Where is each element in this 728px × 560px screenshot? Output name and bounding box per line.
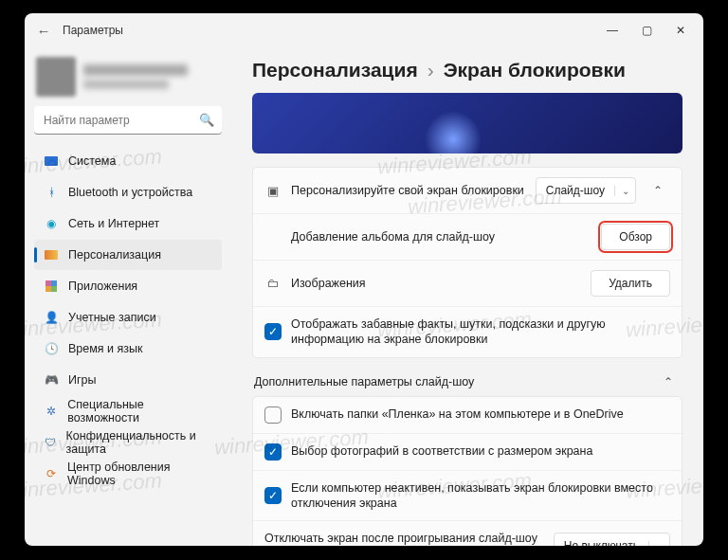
gamepad-icon: 🎮: [44, 372, 59, 388]
row-label: Изображения: [291, 276, 581, 291]
breadcrumb: Персонализация › Экран блокировки: [252, 59, 682, 81]
nav-label: Время и язык: [68, 342, 143, 355]
add-album-row: Добавление альбома для слайд-шоу Обзор: [253, 213, 682, 260]
nav-label: Bluetooth и устройства: [68, 186, 192, 199]
breadcrumb-current: Экран блокировки: [444, 59, 626, 81]
sidebar-item-update[interactable]: ⟳Центр обновления Windows: [34, 459, 222, 489]
nav-label: Система: [68, 154, 116, 168]
avatar: [36, 57, 76, 97]
section-title: Дополнительные параметры слайд-шоу: [254, 375, 474, 388]
pictures-row: 🗀 Изображения Удалить: [253, 260, 682, 306]
breadcrumb-parent[interactable]: Персонализация: [252, 59, 418, 81]
nav-list: Система ᚼBluetooth и устройства ◉Сеть и …: [34, 146, 222, 489]
minimize-button[interactable]: —: [595, 17, 629, 44]
search-icon: 🔍: [199, 113, 214, 127]
update-icon: ⟳: [44, 466, 58, 481]
turn-off-dropdown[interactable]: Не выключать ⌄: [554, 533, 670, 546]
sidebar-item-bluetooth[interactable]: ᚼBluetooth и устройства: [34, 177, 222, 208]
checkbox-camera-roll[interactable]: [264, 406, 282, 424]
settings-window: ← Параметры — ▢ ✕ 🔍 Система ᚼBluetooth: [25, 13, 703, 546]
sidebar-item-apps[interactable]: Приложения: [34, 271, 222, 301]
row-label: Отключать экран после проигрывания слайд…: [264, 531, 544, 546]
row-label: Добавление альбома для слайд-шоу: [291, 229, 592, 244]
checkbox-inactive[interactable]: ✓: [264, 487, 282, 504]
sidebar: 🔍 Система ᚼBluetooth и устройства ◉Сеть …: [25, 47, 231, 546]
sidebar-item-network[interactable]: ◉Сеть и Интернет: [34, 208, 222, 239]
nav-label: Приложения: [68, 280, 137, 293]
search-input[interactable]: [34, 106, 222, 135]
background-mode-dropdown[interactable]: Слайд-шоу ⌄: [536, 177, 636, 204]
sidebar-item-gaming[interactable]: 🎮Игры: [34, 365, 222, 395]
user-name: [83, 64, 188, 76]
checkbox-fun-facts[interactable]: ✓: [264, 323, 282, 340]
window-title: Параметры: [63, 24, 123, 37]
nav-label: Персонализация: [68, 248, 161, 262]
clock-icon: 🕓: [44, 341, 59, 356]
inactive-row[interactable]: ✓ Если компьютер неактивен, показывать э…: [253, 470, 682, 521]
sidebar-item-privacy[interactable]: 🛡Конфиденциальность и защита: [34, 427, 222, 458]
window-controls: — ▢ ✕: [595, 17, 698, 44]
lockscreen-preview: [252, 93, 682, 154]
browse-button[interactable]: Обзор: [601, 224, 670, 250]
apps-icon: [46, 280, 57, 292]
nav-label: Специальные возможности: [67, 398, 212, 425]
checkbox-fit-screen[interactable]: ✓: [264, 443, 282, 461]
row-label: Выбор фотографий в соответствии с размер…: [291, 443, 670, 459]
nav-label: Сеть и Интернет: [68, 217, 159, 230]
row-label: Включать папки «Пленка» на этом компьюте…: [291, 406, 670, 422]
advanced-card: Включать папки «Пленка» на этом компьюте…: [252, 396, 682, 547]
personalize-header-row[interactable]: ▣ Персонализируйте свой экран блокировки…: [253, 168, 682, 213]
row-label: Персонализируйте свой экран блокировки: [291, 183, 526, 198]
monitor-icon: [45, 156, 58, 166]
fit-screen-row[interactable]: ✓ Выбор фотографий в соответствии с разм…: [253, 433, 682, 470]
sidebar-item-accessibility[interactable]: ✲Специальные возможности: [34, 396, 222, 426]
fun-facts-row[interactable]: ✓ Отображать забавные факты, шутки, подс…: [253, 306, 682, 357]
shield-icon: 🛡: [44, 435, 57, 450]
close-button[interactable]: ✕: [664, 17, 698, 44]
dropdown-value: Не выключать: [555, 539, 648, 546]
nav-label: Конфиденциальность и защита: [66, 429, 213, 456]
camera-roll-row[interactable]: Включать папки «Пленка» на этом компьюте…: [253, 397, 682, 433]
back-button[interactable]: ←: [30, 17, 57, 44]
titlebar: ← Параметры — ▢ ✕: [25, 13, 703, 47]
personalize-card: ▣ Персонализируйте свой экран блокировки…: [252, 167, 682, 358]
accessibility-icon: ✲: [44, 404, 58, 419]
sidebar-item-time[interactable]: 🕓Время и язык: [34, 334, 222, 364]
chevron-down-icon: ⌄: [648, 541, 669, 546]
wifi-icon: ◉: [44, 216, 59, 231]
sidebar-item-accounts[interactable]: 👤Учетные записи: [34, 302, 222, 333]
window-body: 🔍 Система ᚼBluetooth и устройства ◉Сеть …: [25, 47, 703, 546]
user-email: [83, 80, 169, 89]
brush-icon: [45, 250, 58, 260]
sidebar-item-personalization[interactable]: Персонализация: [34, 240, 222, 270]
chevron-down-icon: ⌄: [614, 186, 635, 196]
dropdown-value: Слайд-шоу: [537, 184, 614, 197]
chevron-up-icon[interactable]: ⌃: [656, 375, 681, 388]
chevron-right-icon: ›: [428, 59, 434, 81]
folder-icon: 🗀: [264, 275, 282, 292]
maximize-button[interactable]: ▢: [629, 17, 664, 44]
user-panel[interactable]: [34, 53, 222, 106]
turn-off-row: Отключать экран после проигрывания слайд…: [253, 520, 682, 546]
advanced-header[interactable]: Дополнительные параметры слайд-шоу ⌃: [252, 364, 682, 396]
nav-label: Игры: [68, 373, 96, 387]
row-label: Отображать забавные факты, шутки, подска…: [291, 316, 670, 348]
nav-label: Центр обновления Windows: [67, 461, 212, 487]
search-box[interactable]: 🔍: [34, 106, 222, 135]
chevron-up-icon[interactable]: ⌃: [646, 184, 670, 197]
delete-button[interactable]: Удалить: [591, 270, 670, 297]
row-label: Если компьютер неактивен, показывать экр…: [291, 480, 670, 512]
picture-icon: ▣: [264, 182, 282, 199]
nav-label: Учетные записи: [68, 311, 156, 324]
bluetooth-icon: ᚼ: [44, 185, 59, 200]
person-icon: 👤: [44, 310, 59, 325]
main-content: Персонализация › Экран блокировки ▣ Перс…: [231, 47, 703, 546]
sidebar-item-system[interactable]: Система: [34, 146, 222, 176]
